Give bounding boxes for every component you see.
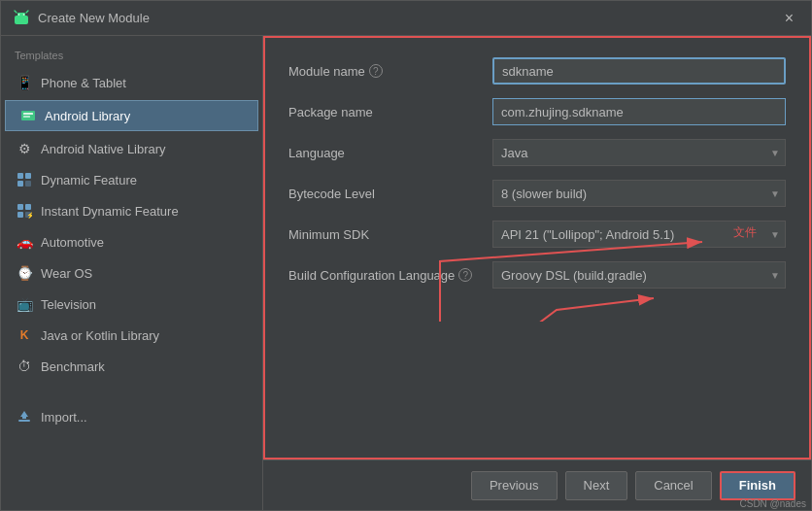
package-name-label: Package name <box>288 105 483 119</box>
svg-text:⚡: ⚡ <box>26 211 32 219</box>
benchmark-icon: ⏱ <box>16 358 33 375</box>
sidebar-item-label: Automotive <box>41 235 104 250</box>
svg-rect-9 <box>17 173 23 179</box>
library-icon <box>19 107 37 124</box>
next-button[interactable]: Next <box>565 471 628 500</box>
language-select-wrapper: Java Kotlin ▼ <box>492 139 786 166</box>
sidebar-item-android-native-library[interactable]: ⚙ Android Native Library <box>1 133 262 164</box>
kotlin-icon: K <box>16 326 33 344</box>
close-button[interactable]: × <box>779 8 799 29</box>
main-wrapper: Module name ? Package name <box>263 36 811 510</box>
sidebar-item-label: Android Library <box>45 109 130 123</box>
language-label: Language <box>288 146 483 160</box>
sidebar-item-label: Phone & Tablet <box>41 76 126 90</box>
sidebar-item-label: Java or Kotlin Library <box>41 328 159 343</box>
svg-rect-8 <box>23 116 30 118</box>
bytecode-row: Bytecode Level 8 (slower build) 11 17 ▼ <box>288 180 786 207</box>
sidebar-item-television[interactable]: 📺 Television <box>1 289 262 320</box>
module-name-input[interactable] <box>492 57 786 85</box>
svg-marker-19 <box>20 411 28 419</box>
language-select[interactable]: Java Kotlin <box>492 139 786 166</box>
phone-icon: 📱 <box>16 74 33 91</box>
sidebar-item-java-kotlin-library[interactable]: K Java or Kotlin Library <box>1 320 262 351</box>
sidebar-item-label: Android Native Library <box>41 142 166 156</box>
min-sdk-select-wrapper: API 21 ("Lollipop"; Android 5.1) API 24 … <box>492 221 786 248</box>
finish-button[interactable]: Finish <box>720 471 795 500</box>
sidebar-item-dynamic-feature[interactable]: Dynamic Feature <box>1 164 262 195</box>
import-icon <box>16 408 33 426</box>
min-sdk-label: Minimum SDK <box>288 227 483 242</box>
module-name-help-icon[interactable]: ? <box>369 64 383 78</box>
templates-label: Templates <box>1 46 262 67</box>
sidebar-item-automotive[interactable]: 🚗 Automotive <box>1 226 262 257</box>
main-panel: Module name ? Package name <box>265 38 809 322</box>
import-label: Import... <box>41 410 87 425</box>
min-sdk-select[interactable]: API 21 ("Lollipop"; Android 5.1) API 24 … <box>492 221 786 248</box>
svg-rect-10 <box>25 173 31 179</box>
bytecode-select[interactable]: 8 (slower build) 11 17 <box>492 180 786 207</box>
svg-rect-7 <box>23 113 33 115</box>
build-config-label: Build Configuration Language ? <box>288 268 483 283</box>
sidebar: Templates 📱 Phone & Tablet Android Libra… <box>1 36 263 510</box>
svg-line-5 <box>26 11 28 13</box>
sidebar-item-label: Wear OS <box>41 266 92 281</box>
module-name-label: Module name ? <box>288 64 483 79</box>
wear-icon: ⌚ <box>16 264 33 282</box>
dialog-title: Create New Module <box>38 11 150 25</box>
automotive-icon: 🚗 <box>16 233 33 251</box>
language-row: Language Java Kotlin ▼ <box>288 139 786 166</box>
sidebar-item-label: Instant Dynamic Feature <box>41 204 179 219</box>
build-config-help-icon[interactable]: ? <box>458 268 472 282</box>
tv-icon: 📺 <box>16 295 33 313</box>
dynamic-icon <box>16 171 33 188</box>
sidebar-item-android-library[interactable]: Android Library <box>5 100 258 131</box>
build-config-select[interactable]: Groovy DSL (build.gradle) Kotlin DSL (bu… <box>492 261 786 289</box>
sidebar-item-instant-dynamic-feature[interactable]: ⚡ Instant Dynamic Feature <box>1 195 262 226</box>
sidebar-item-label: Television <box>41 297 96 312</box>
package-name-row: Package name <box>288 98 786 125</box>
bytecode-select-wrapper: 8 (slower build) 11 17 ▼ <box>492 180 786 207</box>
title-bar-left: Create New Module <box>13 10 150 27</box>
svg-rect-18 <box>18 420 30 422</box>
native-icon: ⚙ <box>16 140 33 157</box>
footer: Previous Next Cancel Finish <box>263 460 811 510</box>
instant-icon: ⚡ <box>16 202 33 220</box>
svg-point-2 <box>18 14 20 16</box>
package-name-input[interactable] <box>492 98 786 125</box>
sidebar-item-wear-os[interactable]: ⌚ Wear OS <box>1 257 262 289</box>
build-config-select-wrapper: Groovy DSL (build.gradle) Kotlin DSL (bu… <box>492 261 786 289</box>
sidebar-item-label: Dynamic Feature <box>41 173 137 187</box>
svg-point-3 <box>23 14 25 16</box>
svg-line-4 <box>15 11 17 13</box>
svg-rect-12 <box>25 181 31 187</box>
sidebar-item-import[interactable]: Import... <box>1 401 262 432</box>
main-content-area: Module name ? Package name <box>263 36 811 460</box>
sidebar-item-label: Benchmark <box>41 359 105 374</box>
svg-rect-15 <box>17 212 23 218</box>
min-sdk-row: Minimum SDK API 21 ("Lollipop"; Android … <box>288 221 786 248</box>
svg-rect-14 <box>25 204 31 210</box>
build-config-row: Build Configuration Language ? Groovy DS… <box>288 261 786 289</box>
previous-button[interactable]: Previous <box>471 471 558 500</box>
title-bar: Create New Module × <box>1 1 811 36</box>
svg-rect-11 <box>17 181 23 187</box>
create-new-module-dialog: Create New Module × Templates 📱 Phone & … <box>0 0 812 511</box>
module-name-row: Module name ? <box>288 57 786 85</box>
svg-rect-13 <box>17 204 23 210</box>
sidebar-item-phone-tablet[interactable]: 📱 Phone & Tablet <box>1 67 262 98</box>
android-icon <box>13 10 30 27</box>
bytecode-label: Bytecode Level <box>288 187 483 201</box>
dialog-content: Templates 📱 Phone & Tablet Android Libra… <box>1 36 811 510</box>
cancel-button[interactable]: Cancel <box>635 471 711 500</box>
sidebar-item-benchmark[interactable]: ⏱ Benchmark <box>1 351 262 382</box>
watermark: CSDN @nades <box>739 498 806 509</box>
